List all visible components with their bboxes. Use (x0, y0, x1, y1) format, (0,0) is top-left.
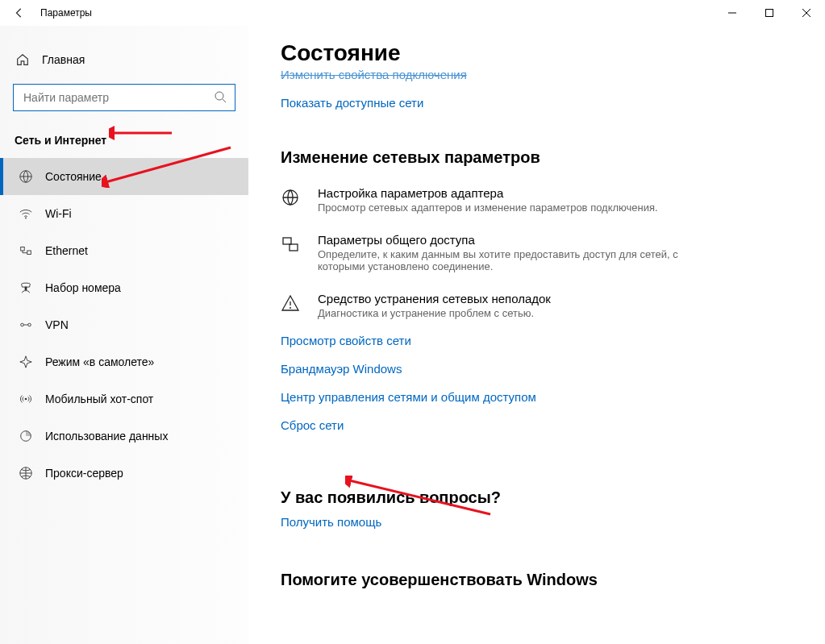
page-title: Состояние (281, 40, 793, 66)
sharing-icon (281, 233, 303, 272)
sidebar-item-airplane[interactable]: Режим «в самолете» (0, 343, 248, 380)
link-network-sharing-center[interactable]: Центр управления сетями и общим доступом (281, 390, 793, 404)
sidebar-item-label: Wi-Fi (45, 207, 72, 220)
titlebar: Параметры (0, 0, 825, 26)
sidebar-item-dialup[interactable]: Набор номера (0, 269, 248, 306)
option-desc: Просмотр сетевых адаптеров и изменение п… (318, 202, 658, 214)
sidebar-item-label: Мобильный хот-спот (45, 393, 153, 405)
minimize-button[interactable] (714, 0, 751, 26)
link-get-help[interactable]: Получить помощь (281, 515, 381, 529)
option-adapter-settings[interactable]: Настройка параметров адаптера Просмотр с… (281, 186, 793, 214)
svg-rect-19 (290, 244, 298, 251)
maximize-button[interactable] (751, 0, 788, 26)
svg-point-4 (215, 92, 223, 100)
svg-rect-8 (21, 247, 25, 251)
sidebar-item-hotspot[interactable]: Мобильный хот-спот (0, 380, 248, 418)
category-title: Сеть и Интернет (0, 123, 248, 158)
svg-point-11 (21, 323, 24, 326)
close-button[interactable] (788, 0, 825, 26)
option-sharing-settings[interactable]: Параметры общего доступа Определите, к к… (281, 233, 793, 272)
option-troubleshoot[interactable]: Средство устранения сетевых неполадок Ди… (281, 292, 793, 319)
search-input[interactable] (22, 90, 214, 105)
sidebar-item-label: Использование данных (45, 430, 168, 442)
vpn-icon (18, 317, 34, 333)
svg-point-7 (25, 218, 27, 219)
home-nav[interactable]: Главная (0, 44, 248, 76)
sidebar: Главная Сеть и Интернет Состояние Wi-Fi (0, 26, 248, 644)
sidebar-item-status[interactable]: Состояние (0, 158, 248, 195)
link-network-reset[interactable]: Сброс сети (281, 418, 793, 432)
wifi-icon (18, 206, 34, 222)
sidebar-item-label: Состояние (45, 170, 102, 183)
svg-line-5 (223, 99, 226, 102)
airplane-icon (18, 354, 34, 370)
svg-rect-10 (25, 287, 27, 290)
search-box[interactable] (13, 84, 235, 111)
option-title: Настройка параметров адаптера (318, 186, 658, 200)
sidebar-item-label: Ethernet (45, 244, 88, 257)
option-desc: Определите, к каким данным вы хотите пре… (318, 248, 705, 272)
svg-rect-18 (283, 238, 291, 244)
adapter-icon (281, 186, 303, 214)
sidebar-item-label: VPN (45, 318, 69, 331)
questions-title: У вас появились вопросы? (281, 488, 793, 507)
svg-point-12 (28, 323, 31, 326)
sidebar-item-vpn[interactable]: VPN (0, 306, 248, 343)
window-title: Параметры (40, 7, 92, 19)
section-change-network-settings: Изменение сетевых параметров (281, 148, 793, 167)
sidebar-item-ethernet[interactable]: Ethernet (0, 232, 248, 269)
svg-rect-9 (27, 251, 31, 255)
sidebar-item-wifi[interactable]: Wi-Fi (0, 195, 248, 232)
option-title: Параметры общего доступа (318, 233, 705, 247)
link-show-available-networks[interactable]: Показать доступные сети (281, 96, 423, 110)
option-desc: Диагностика и устранение проблем с сетью… (318, 307, 551, 319)
dialup-icon (18, 280, 34, 296)
warning-icon (281, 292, 303, 319)
link-change-connection-properties[interactable]: Изменить свойства подключения (281, 68, 467, 81)
home-icon (15, 52, 31, 68)
home-label: Главная (42, 53, 85, 66)
link-view-network-properties[interactable]: Просмотр свойств сети (281, 334, 793, 347)
content-pane: Состояние Изменить свойства подключения … (248, 26, 825, 644)
improve-title: Помогите усовершенствовать Windows (281, 571, 793, 589)
sidebar-item-label: Режим «в самолете» (45, 355, 154, 368)
svg-point-14 (25, 398, 27, 401)
link-windows-firewall[interactable]: Брандмауэр Windows (281, 362, 793, 376)
back-button[interactable] (6, 0, 32, 26)
data-usage-icon (18, 428, 34, 444)
status-icon (18, 168, 34, 185)
svg-rect-1 (766, 10, 773, 17)
search-icon (214, 90, 227, 106)
hotspot-icon (18, 391, 34, 407)
option-title: Средство устранения сетевых неполадок (318, 292, 551, 305)
svg-point-21 (290, 307, 291, 309)
sidebar-item-label: Набор номера (45, 281, 121, 294)
sidebar-item-proxy[interactable]: Прокси-сервер (0, 455, 248, 492)
sidebar-item-label: Прокси-сервер (45, 467, 123, 480)
ethernet-icon (18, 243, 34, 259)
sidebar-item-data-usage[interactable]: Использование данных (0, 418, 248, 455)
window-controls (714, 0, 825, 26)
proxy-icon (18, 465, 34, 481)
